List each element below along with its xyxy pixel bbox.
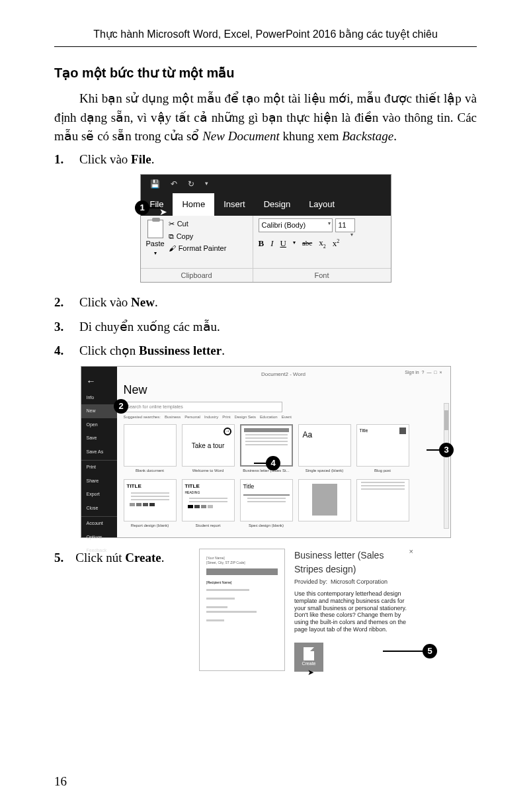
template-description: Use this contemporary letterhead design … (294, 590, 413, 633)
signin-link[interactable]: Sign in ? — □ × (405, 369, 442, 377)
backstage-sidebar: ← Info New Open Save Save As Print Share… (81, 367, 117, 537)
suggest-link[interactable]: Education (260, 414, 278, 420)
tab-design[interactable]: Design (255, 193, 300, 216)
paste-button[interactable]: Paste ▾ (145, 218, 166, 259)
ribbon-tabs: File ➤ Home Insert Design Layout (141, 193, 391, 216)
sidebar-item-feedback[interactable]: Feedback (81, 544, 117, 558)
qat-dropdown-icon[interactable]: ▾ (205, 179, 208, 189)
suggest-link[interactable]: Print (222, 414, 230, 420)
scissors-icon: ✂ (169, 218, 175, 230)
redo-icon[interactable]: ↻ (188, 178, 194, 190)
suggest-link[interactable]: Design Sets (235, 414, 256, 420)
font-name-select[interactable]: Calibri (Body) (259, 218, 333, 232)
image-icon (399, 428, 406, 434)
brush-icon: 🖌 (169, 243, 176, 254)
suggest-link[interactable]: Business (165, 414, 181, 420)
font-size-select[interactable]: 11 (335, 218, 355, 232)
tab-insert[interactable]: Insert (214, 193, 255, 216)
suggested-searches: Suggested searches: Business Personal In… (124, 414, 444, 420)
template-other[interactable] (356, 479, 409, 529)
callout-2: 2 (114, 399, 128, 414)
sidebar-item-account[interactable]: Account (81, 517, 117, 531)
figure-create-dialog: [Your Name][Street, City, ST ZIP Code] [… (199, 549, 413, 672)
step-4: 4. Click chọn Bussiness letter. (54, 341, 477, 361)
tab-home[interactable]: Home (173, 193, 214, 216)
figure-new-screen: 2 3 4 ← Info New Open Save Save As Print… (54, 366, 477, 538)
template-single-spaced[interactable]: Aa Single spaced (blank) (298, 424, 351, 474)
document-icon (304, 647, 314, 660)
template-img[interactable] (298, 479, 351, 529)
step-3: 3. Di chuyển xuống các mẫu. (54, 318, 477, 337)
suggest-link[interactable]: Personal (184, 414, 200, 420)
paste-dropdown-icon[interactable]: ▾ (154, 249, 157, 257)
copy-button[interactable]: ⧉Copy (169, 231, 227, 242)
quick-access-toolbar[interactable]: 💾 ↶ ↻ ▾ (141, 175, 391, 193)
tab-layout[interactable]: Layout (300, 193, 344, 216)
sidebar-item-export[interactable]: Export (81, 488, 117, 502)
sidebar-item-saveas[interactable]: Save As (81, 445, 117, 459)
strike-button[interactable]: abc (302, 238, 312, 249)
section-title: Tạo một bức thư từ một mẫu (54, 63, 477, 83)
scrollbar[interactable] (444, 403, 449, 529)
template-search-input[interactable]: Search for online templates (124, 402, 282, 413)
template-preview: [Your Name][Street, City, ST ZIP Code] [… (199, 549, 285, 671)
template-blog-post[interactable]: Title Blog post (356, 424, 409, 474)
superscript-button[interactable]: x2 (333, 237, 340, 250)
step-2: 2. Click vào New. (54, 293, 477, 312)
sidebar-item-close[interactable]: Close (81, 502, 117, 516)
copy-icon: ⧉ (169, 231, 174, 242)
sidebar-item-share[interactable]: Share (81, 474, 117, 488)
create-button[interactable]: Create ➤ (294, 643, 323, 672)
template-welcome[interactable]: → Take a tour Welcome to Word (182, 424, 235, 474)
figure-ribbon: 1 💾 ↶ ↻ ▾ File ➤ Home Insert Design Layo… (54, 174, 477, 283)
template-report[interactable]: TITLE Report design (blank) (124, 479, 177, 529)
cut-button[interactable]: ✂Cut (169, 218, 227, 230)
new-heading: New (124, 381, 444, 399)
arrow-icon: → (224, 428, 231, 435)
suggest-link[interactable]: Industry (204, 414, 218, 420)
subscript-button[interactable]: x2 (319, 236, 326, 251)
photo-icon (312, 484, 337, 516)
sidebar-item-open[interactable]: Open (81, 418, 117, 432)
sidebar-item-options[interactable]: Options (81, 531, 117, 545)
suggest-link[interactable]: Event (282, 414, 292, 420)
save-icon[interactable]: 💾 (150, 178, 160, 190)
page-header: Thực hành Microsoft Word, Excel, PowerPo… (54, 26, 477, 47)
italic-button[interactable]: I (270, 237, 273, 250)
bold-button[interactable]: B (259, 237, 265, 250)
callout-3: 3 (439, 443, 454, 457)
back-button[interactable]: ← (81, 372, 117, 391)
step-5-number: 5. (54, 549, 63, 568)
sidebar-item-new[interactable]: New (81, 404, 117, 418)
callout-4: 4 (266, 456, 280, 471)
template-title: Business letter (Sales Stripes design) (294, 549, 413, 576)
callout-1: 1 (135, 201, 149, 215)
clipboard-group-label: Clipboard (141, 268, 253, 283)
template-provider: Provided by: Microsoft Corporation (294, 578, 413, 587)
callout-5: 5 (423, 644, 437, 658)
cursor-icon: ➤ (307, 666, 314, 678)
page-number: 16 (54, 772, 67, 791)
step-1: 1. Click vào File. (54, 150, 477, 169)
sidebar-item-save[interactable]: Save (81, 431, 117, 445)
format-painter-button[interactable]: 🖌Format Painter (169, 243, 227, 254)
template-blank[interactable]: Blank document (124, 424, 177, 474)
sidebar-item-print[interactable]: Print (81, 461, 117, 474)
close-icon[interactable]: × (409, 546, 413, 557)
underline-button[interactable]: U (280, 237, 286, 250)
intro-paragraph: Khi bạn sử dụng một mẫu để tạo một tài l… (54, 89, 477, 146)
scrollbar-thumb[interactable] (444, 410, 448, 430)
undo-icon[interactable]: ↶ (171, 178, 177, 190)
paste-icon (147, 220, 163, 238)
window-title: Document2 - Word (124, 371, 444, 379)
font-group-label: Font (253, 268, 391, 283)
template-spec[interactable]: Title Spec design (blank) (240, 479, 293, 529)
sidebar-item-info[interactable]: Info (81, 391, 117, 405)
template-student-report[interactable]: TITLE HEADING Student report (182, 479, 235, 529)
